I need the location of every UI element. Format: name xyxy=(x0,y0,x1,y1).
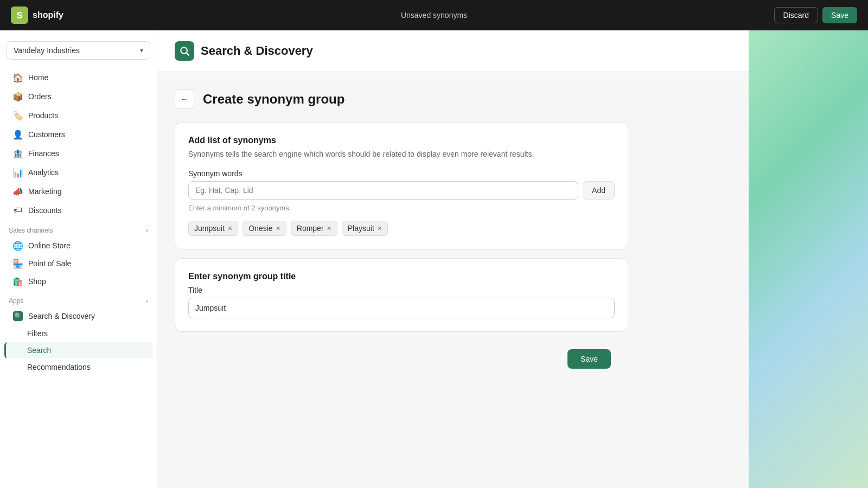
main-layout: Vandelay Industries ▾ 🏠 Home 📦 Orders 🏷️… xyxy=(0,30,868,488)
tag-onesie-remove[interactable]: × xyxy=(276,224,280,232)
page-footer: Save xyxy=(175,341,628,377)
synonyms-card-title: Add list of synonyms xyxy=(188,136,615,145)
sidebar-item-point-of-sale[interactable]: 🏪 Point of Sale xyxy=(4,255,152,272)
sidebar-subitem-recommendations[interactable]: Recommendations xyxy=(4,359,152,375)
synonym-hint: Enter a minimum of 2 synonyms. xyxy=(188,204,615,212)
point-of-sale-icon: 🏪 xyxy=(13,259,23,268)
sidebar-item-discounts[interactable]: 🏷 Discounts xyxy=(4,201,152,220)
marketing-icon: 📣 xyxy=(13,187,23,196)
synonym-input-row: Add xyxy=(188,181,615,200)
tag-jumpsuit-label: Jumpsuit xyxy=(194,224,225,233)
sales-channels-label: Sales channels xyxy=(9,227,53,234)
synonym-title-input[interactable] xyxy=(188,298,615,318)
svg-point-2 xyxy=(181,47,187,54)
finances-icon: 🏦 xyxy=(13,149,23,158)
svg-text:S: S xyxy=(17,11,23,20)
sidebar-item-search-discovery-label: Search & Discovery xyxy=(28,312,95,320)
sidebar-item-customers-label: Customers xyxy=(28,130,65,139)
topbar: S shopify Unsaved synonyms Discard Save xyxy=(0,0,868,30)
chevron-down-icon: ▾ xyxy=(140,47,143,54)
create-synonym-title: Create synonym group xyxy=(203,92,344,107)
tag-playsuit-label: Playsuit xyxy=(348,224,374,233)
discounts-icon: 🏷 xyxy=(13,206,23,215)
sales-channels-arrow-icon: › xyxy=(146,227,148,234)
topbar-actions: Discard Save xyxy=(774,7,857,23)
decorative-right-panel xyxy=(749,30,868,488)
sidebar-item-online-store-label: Online Store xyxy=(28,241,71,250)
page-header-icon xyxy=(175,41,194,61)
sidebar-subitem-filters-label: Filters xyxy=(27,329,48,338)
sidebar-item-products-label: Products xyxy=(28,111,58,120)
tag-playsuit-remove[interactable]: × xyxy=(378,224,382,232)
synonym-words-input[interactable] xyxy=(188,181,578,200)
back-button[interactable]: ← xyxy=(175,89,194,109)
sidebar-item-marketing[interactable]: 📣 Marketing xyxy=(4,182,152,201)
svg-line-3 xyxy=(187,53,189,56)
sidebar-subitem-search-label: Search xyxy=(27,346,51,355)
orders-icon: 📦 xyxy=(13,92,23,101)
tag-romper-remove[interactable]: × xyxy=(327,224,331,232)
sidebar-item-home-label: Home xyxy=(28,73,48,82)
tag-jumpsuit-remove[interactable]: × xyxy=(228,224,232,232)
add-synonym-button[interactable]: Add xyxy=(583,181,615,200)
title-field-label: Title xyxy=(188,286,615,294)
sidebar: Vandelay Industries ▾ 🏠 Home 📦 Orders 🏷️… xyxy=(0,30,157,488)
save-top-button[interactable]: Save xyxy=(822,7,857,23)
synonym-tags: Jumpsuit × Onesie × Romper × Playsuit × xyxy=(188,221,615,236)
sidebar-item-orders-label: Orders xyxy=(28,92,52,101)
sidebar-item-products[interactable]: 🏷️ Products xyxy=(4,106,152,125)
sidebar-item-online-store[interactable]: 🌐 Online Store xyxy=(4,237,152,254)
sidebar-item-analytics-label: Analytics xyxy=(28,168,59,177)
synonym-words-label: Synonym words xyxy=(188,169,615,178)
sidebar-item-marketing-label: Marketing xyxy=(28,187,61,196)
online-store-icon: 🌐 xyxy=(13,241,23,251)
save-bottom-button[interactable]: Save xyxy=(567,349,611,369)
sidebar-subitem-filters[interactable]: Filters xyxy=(4,325,152,342)
content-area: Search & Discovery ← Create synonym grou… xyxy=(157,30,749,488)
shopify-wordmark: shopify xyxy=(33,10,63,20)
page-content: ← Create synonym group Add list of synon… xyxy=(157,72,646,395)
shopify-logo-icon: S xyxy=(11,7,28,24)
sidebar-item-finances-label: Finances xyxy=(28,149,59,158)
topbar-title: Unsaved synonyms xyxy=(401,11,467,20)
products-icon: 🏷️ xyxy=(13,111,23,120)
sidebar-item-point-of-sale-label: Point of Sale xyxy=(28,259,71,268)
sidebar-item-finances[interactable]: 🏦 Finances xyxy=(4,144,152,163)
tag-onesie-label: Onesie xyxy=(248,224,272,233)
sidebar-item-shop-label: Shop xyxy=(28,277,46,286)
synonyms-card-description: Synonyms tells the search engine which w… xyxy=(188,150,615,158)
discard-button[interactable]: Discard xyxy=(774,7,818,23)
tag-romper: Romper × xyxy=(291,221,337,236)
apps-arrow-icon: › xyxy=(146,297,148,305)
logo: S shopify xyxy=(11,7,63,24)
sidebar-item-home[interactable]: 🏠 Home xyxy=(4,68,152,87)
sidebar-subitem-recommendations-label: Recommendations xyxy=(27,363,91,371)
synonym-group-header: ← Create synonym group xyxy=(175,89,628,109)
shop-icon: 🛍️ xyxy=(13,277,23,286)
tag-jumpsuit: Jumpsuit × xyxy=(188,221,238,236)
sidebar-item-shop[interactable]: 🛍️ Shop xyxy=(4,273,152,290)
page-title: Search & Discovery xyxy=(201,44,313,58)
search-discovery-icon: 🔍 xyxy=(13,311,23,321)
back-arrow-icon: ← xyxy=(180,94,189,104)
title-card: Enter synonym group title Title xyxy=(175,258,628,332)
tag-playsuit: Playsuit × xyxy=(342,221,388,236)
tag-romper-label: Romper xyxy=(297,224,324,233)
synonyms-card: Add list of synonyms Synonyms tells the … xyxy=(175,122,628,249)
store-name: Vandelay Industries xyxy=(14,46,80,55)
analytics-icon: 📊 xyxy=(13,168,23,177)
store-selector[interactable]: Vandelay Industries ▾ xyxy=(7,41,150,60)
sales-channels-section: Sales channels › xyxy=(0,220,157,236)
apps-section: Apps › xyxy=(0,291,157,307)
sidebar-item-orders[interactable]: 📦 Orders xyxy=(4,87,152,106)
apps-label: Apps xyxy=(9,297,23,305)
customers-icon: 👤 xyxy=(13,130,23,139)
tag-onesie: Onesie × xyxy=(242,221,286,236)
title-card-heading: Enter synonym group title xyxy=(188,272,615,281)
page-header: Search & Discovery xyxy=(157,30,749,72)
home-icon: 🏠 xyxy=(13,73,23,82)
sidebar-subitem-search[interactable]: Search xyxy=(4,342,152,358)
sidebar-item-analytics[interactable]: 📊 Analytics xyxy=(4,163,152,182)
sidebar-item-search-discovery[interactable]: 🔍 Search & Discovery xyxy=(4,307,152,325)
sidebar-item-customers[interactable]: 👤 Customers xyxy=(4,125,152,144)
